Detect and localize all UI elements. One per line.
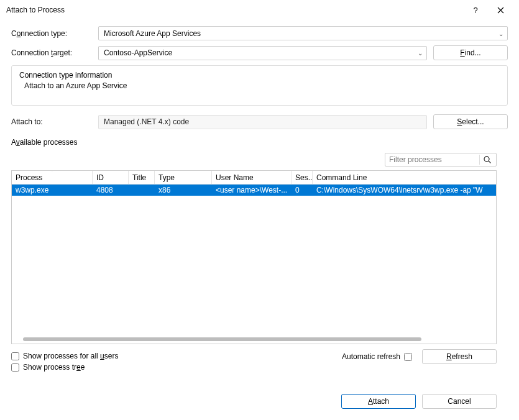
close-icon [497, 7, 504, 14]
cell-cmd: C:\Windows\SysWOW64\inetsrv\w3wp.exe -ap… [313, 186, 496, 194]
available-processes-group: Available processes Filter processes ⌃ P… [11, 138, 508, 381]
close-button[interactable] [488, 1, 513, 19]
connection-info-body: Attach to an Azure App Service [19, 81, 500, 90]
filter-placeholder: Filter processes [389, 155, 442, 164]
attach-to-row: Attach to: Managed (.NET 4.x) code Selec… [11, 114, 508, 129]
connection-type-value: Microsoft Azure App Services [104, 29, 201, 38]
select-button[interactable]: Select... [433, 114, 508, 129]
connection-target-row: Connection target: Contoso-AppService ⌄ … [11, 45, 508, 60]
refresh-button[interactable]: Refresh [422, 349, 497, 364]
horizontal-scrollbar[interactable] [23, 337, 421, 341]
cell-id: 4808 [93, 186, 129, 194]
dialog-footer: Attach Cancel [11, 394, 508, 409]
filter-input[interactable]: Filter processes [385, 153, 497, 167]
help-button[interactable]: ? [463, 1, 488, 19]
connection-type-label: Connection type: [11, 29, 98, 38]
cell-user: <user name>\West-... [212, 186, 292, 194]
below-table-row: Show processes for all users Show proces… [11, 349, 508, 374]
col-id[interactable]: ID [93, 171, 129, 184]
attach-button[interactable]: Attach [341, 394, 416, 409]
checkbox-input[interactable] [404, 353, 412, 361]
checkbox-input[interactable] [11, 363, 19, 372]
chevron-down-icon: ⌄ [498, 30, 503, 37]
cell-type: x86 [155, 186, 212, 194]
show-process-tree-checkbox[interactable]: Show process tree [11, 363, 118, 372]
connection-target-value: Contoso-AppService [104, 48, 172, 57]
attach-to-value: Managed (.NET 4.x) code [98, 115, 427, 129]
connection-info-heading: Connection type information [19, 71, 500, 80]
chevron-down-icon: ⌄ [418, 50, 423, 57]
attach-to-label: Attach to: [11, 117, 98, 126]
table-header: ⌃ Process ID Title Type User Name Ses...… [12, 171, 496, 185]
col-user[interactable]: User Name [212, 171, 292, 184]
connection-target-label: Connection target: [11, 48, 98, 57]
connection-info-box: Connection type information Attach to an… [11, 65, 508, 106]
refresh-controls: Automatic refresh Refresh [342, 349, 497, 364]
automatic-refresh-checkbox[interactable]: Automatic refresh [342, 352, 416, 361]
cell-process: w3wp.exe [12, 186, 93, 194]
divider [479, 155, 480, 165]
col-title[interactable]: Title [129, 171, 155, 184]
cell-session: 0 [292, 186, 313, 194]
col-type[interactable]: Type [155, 171, 212, 184]
connection-type-combo[interactable]: Microsoft Azure App Services ⌄ [98, 26, 508, 40]
filter-row: Filter processes [11, 153, 497, 167]
table-row[interactable]: w3wp.exe 4808 x86 <user name>\West-... 0… [12, 185, 496, 196]
connection-type-row: Connection type: Microsoft Azure App Ser… [11, 26, 508, 40]
cancel-button[interactable]: Cancel [422, 394, 497, 409]
sort-asc-icon: ⌃ [50, 171, 54, 175]
show-all-users-checkbox[interactable]: Show processes for all users [11, 352, 118, 360]
svg-line-1 [489, 161, 491, 163]
checkbox-column: Show processes for all users Show proces… [11, 352, 118, 374]
svg-point-0 [484, 157, 489, 162]
search-icon[interactable] [481, 155, 494, 164]
connection-target-combo[interactable]: Contoso-AppService ⌄ [98, 46, 427, 60]
titlebar: Attach to Process ? [0, 0, 519, 20]
dialog-title: Attach to Process [6, 6, 463, 14]
col-cmd[interactable]: Command Line [313, 171, 496, 184]
find-button[interactable]: Find... [433, 45, 508, 60]
process-table[interactable]: ⌃ Process ID Title Type User Name Ses...… [11, 170, 497, 344]
attach-to-process-dialog: Attach to Process ? Connection type: Mic… [0, 0, 519, 420]
col-session[interactable]: Ses... [292, 171, 313, 184]
dialog-body: Connection type: Microsoft Azure App Ser… [0, 20, 519, 420]
checkbox-input[interactable] [11, 352, 19, 360]
col-process[interactable]: ⌃ Process [12, 171, 93, 184]
available-processes-label: Available processes [11, 138, 508, 147]
